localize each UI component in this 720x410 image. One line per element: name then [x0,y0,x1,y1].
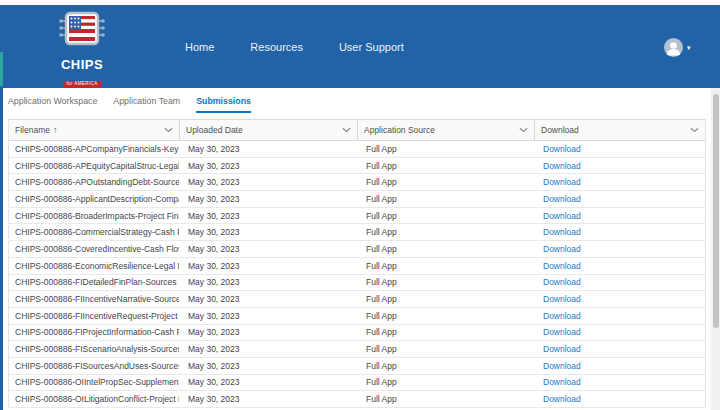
application-source-cell: Full App [357,294,534,304]
uploaded-date-cell: May 30, 2023 [179,161,357,171]
download-cell: Download [534,327,705,337]
download-cell: Download [534,161,705,171]
application-source-cell: Full App [357,394,534,404]
nav-resources[interactable]: Resources [250,41,303,53]
download-link[interactable]: Download [543,161,581,171]
application-source-cell: Full App [357,311,534,321]
download-link[interactable]: Download [543,311,581,321]
filename-cell: CHIPS-000886-APEquityCapitalStruc-Legal … [9,161,179,171]
uploaded-date-cell: May 30, 2023 [179,327,357,337]
download-link[interactable]: Download [543,261,581,271]
download-cell: Download [534,344,705,354]
main-nav: Home Resources User Support [185,41,404,53]
tab-application-team[interactable]: Application Team [113,96,180,113]
download-cell: Download [534,261,705,271]
chevron-down-icon[interactable] [342,127,351,133]
uploaded-date-cell: May 30, 2023 [179,211,357,221]
filename-cell: CHIPS-000886-FIProjectInformation-Cash F… [9,327,179,337]
application-source-cell: Full App [357,361,534,371]
filename-cell: CHIPS-000886-EconomicResilience-Legal En… [9,261,179,271]
tab-application-workspace[interactable]: Application Workspace [8,96,97,113]
download-link[interactable]: Download [543,144,581,154]
table-row: CHIPS-000886-OILitigationConflict-Projec… [9,391,705,408]
sort-ascending-icon: ↑ [53,125,58,135]
chip-flag-icon [59,39,105,56]
table-row: CHIPS-000886-CommercialStrategy-Cash Flo… [9,224,705,241]
download-link[interactable]: Download [543,327,581,337]
filename-cell: CHIPS-000886-CoveredIncentive-Cash Flow … [9,244,179,254]
tab-bar: Application Workspace Application Team S… [8,96,251,113]
filename-cell: CHIPS-000886-ApplicantDescription-Compan… [9,194,179,204]
download-cell: Download [534,311,705,321]
column-header-uploaded-date[interactable]: Uploaded Date [179,120,357,140]
column-header-application-source[interactable]: Application Source [357,120,534,140]
download-link[interactable]: Download [543,227,581,237]
table-row: CHIPS-000886-FIDetailedFinPlan-Sources a… [9,275,705,292]
table-row: CHIPS-000886-FIScenarioAnalysis-Sources … [9,341,705,358]
uploaded-date-cell: May 30, 2023 [179,261,357,271]
column-header-filename[interactable]: Filename ↑ [9,120,179,140]
download-cell: Download [534,144,705,154]
chips-logo[interactable]: CHIPS for AMERICA [56,11,108,89]
download-cell: Download [534,194,705,204]
table-row: CHIPS-000886-FISourcesAndUses-Sources an… [9,358,705,375]
chevron-down-icon[interactable] [690,127,699,133]
uploaded-date-cell: May 30, 2023 [179,244,357,254]
application-source-cell: Full App [357,377,534,387]
download-link[interactable]: Download [543,377,581,387]
column-header-download[interactable]: Download [534,120,705,140]
application-source-cell: Full App [357,261,534,271]
filename-cell: CHIPS-000886-APOutstandingDebt-Sources a… [9,177,179,187]
download-link[interactable]: Download [543,277,581,287]
uploaded-date-cell: May 30, 2023 [179,311,357,321]
download-cell: Download [534,244,705,254]
download-link[interactable]: Download [543,394,581,404]
application-source-cell: Full App [357,194,534,204]
download-link[interactable]: Download [543,244,581,254]
uploaded-date-cell: May 30, 2023 [179,377,357,387]
table-row: CHIPS-000886-EconomicResilience-Legal En… [9,258,705,275]
table-row: CHIPS-000886-FIIncentiveNarrative-Source… [9,291,705,308]
chevron-down-icon: ▾ [687,44,691,51]
uploaded-date-cell: May 30, 2023 [179,227,357,237]
download-cell: Download [534,277,705,287]
user-avatar-icon [664,38,683,57]
filename-cell: CHIPS-000886-BroaderImpacts-Project Fina… [9,211,179,221]
scrollbar-thumb[interactable] [713,94,719,328]
download-link[interactable]: Download [543,344,581,354]
application-source-cell: Full App [357,344,534,354]
download-link[interactable]: Download [543,211,581,221]
download-link[interactable]: Download [543,177,581,187]
application-source-cell: Full App [357,161,534,171]
chevron-down-icon[interactable] [519,127,528,133]
download-cell: Download [534,394,705,404]
filename-cell: CHIPS-000886-OIIntelPropSec-Supplemental… [9,377,179,387]
download-link[interactable]: Download [543,294,581,304]
download-link[interactable]: Download [543,194,581,204]
tab-submissions[interactable]: Submissions [196,96,251,113]
application-source-cell: Full App [357,177,534,187]
uploaded-date-cell: May 30, 2023 [179,177,357,187]
user-menu[interactable]: ▾ [664,38,691,57]
download-cell: Download [534,294,705,304]
uploaded-date-cell: May 30, 2023 [179,394,357,404]
brand-tagline: for AMERICA [63,81,100,87]
download-cell: Download [534,377,705,387]
nav-user-support[interactable]: User Support [339,41,404,53]
download-link[interactable]: Download [543,361,581,371]
table-row: CHIPS-000886-APCompanyFinancials-Key Ass… [9,141,705,158]
download-cell: Download [534,177,705,187]
nav-home[interactable]: Home [185,41,214,53]
uploaded-date-cell: May 30, 2023 [179,277,357,287]
chips-portal-page: CHIPS for AMERICA Home Resources User Su… [0,0,720,410]
table-body: CHIPS-000886-APCompanyFinancials-Key Ass… [9,141,705,408]
application-source-cell: Full App [357,227,534,237]
uploaded-date-cell: May 30, 2023 [179,361,357,371]
table-row: CHIPS-000886-FIIncentiveRequest-Project … [9,308,705,325]
table-row: CHIPS-000886-OIIntelPropSec-Supplemental… [9,375,705,392]
table-row: CHIPS-000886-ApplicantDescription-Compan… [9,191,705,208]
chevron-down-icon[interactable] [164,127,173,133]
table-row: CHIPS-000886-CoveredIncentive-Cash Flow … [9,241,705,258]
uploaded-date-cell: May 30, 2023 [179,144,357,154]
vertical-scrollbar[interactable] [711,88,720,410]
